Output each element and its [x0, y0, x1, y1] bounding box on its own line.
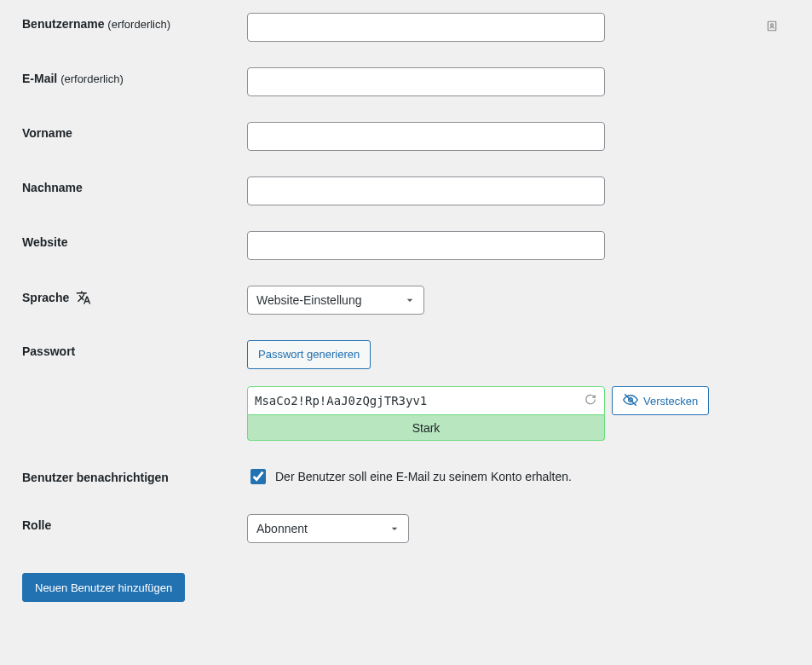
row-username: Benutzername (erforderlich): [17, 0, 795, 55]
eye-slash-icon: [623, 392, 638, 410]
svg-point-1: [771, 24, 774, 26]
contact-card-icon: [766, 20, 778, 35]
firstname-input[interactable]: [247, 122, 605, 151]
row-email: E-Mail (erforderlich): [17, 55, 795, 109]
label-username: Benutzername (erforderlich): [17, 0, 239, 55]
password-input[interactable]: [247, 386, 605, 415]
notify-checkbox[interactable]: [251, 469, 266, 484]
row-lastname: Nachname: [17, 164, 795, 218]
label-email: E-Mail (erforderlich): [17, 55, 239, 109]
label-language: Sprache: [17, 273, 239, 327]
lastname-input[interactable]: [247, 176, 605, 205]
add-user-form: Benutzername (erforderlich) E-Mail (erfo…: [0, 0, 812, 627]
row-role: Rolle Abonnent: [17, 501, 795, 556]
row-website: Website: [17, 218, 795, 273]
row-language: Sprache Website-Einstellung: [17, 273, 795, 327]
add-user-button[interactable]: Neuen Benutzer hinzufügen: [22, 573, 185, 602]
role-select[interactable]: Abonnent: [247, 514, 409, 543]
password-strength-meter: Stark: [247, 415, 605, 441]
row-password: Passwort Passwort generieren: [17, 327, 795, 454]
hide-password-button[interactable]: Verstecken: [612, 386, 709, 415]
notify-checkbox-label[interactable]: Der Benutzer soll eine E-Mail zu seinem …: [247, 466, 786, 487]
username-input[interactable]: [247, 13, 605, 42]
form-table: Benutzername (erforderlich) E-Mail (erfo…: [17, 0, 795, 556]
required-marker: (erforderlich): [60, 72, 124, 85]
row-notify: Benutzer benachrichtigen Der Benutzer so…: [17, 454, 795, 501]
label-role: Rolle: [17, 501, 239, 556]
generate-password-button[interactable]: Passwort generieren: [247, 340, 371, 369]
label-notify: Benutzer benachrichtigen: [17, 454, 239, 501]
label-website: Website: [17, 218, 239, 273]
required-marker: (erforderlich): [107, 18, 170, 31]
label-lastname: Nachname: [17, 164, 239, 218]
notify-text: Der Benutzer soll eine E-Mail zu seinem …: [275, 470, 572, 483]
translate-icon: [76, 290, 91, 308]
submit-row: Neuen Benutzer hinzufügen: [17, 556, 795, 610]
email-input[interactable]: [247, 67, 605, 96]
language-select[interactable]: Website-Einstellung: [247, 286, 424, 315]
row-firstname: Vorname: [17, 109, 795, 164]
website-input[interactable]: [247, 231, 605, 260]
svg-rect-0: [768, 21, 775, 31]
label-firstname: Vorname: [17, 109, 239, 164]
label-password: Passwort: [17, 327, 239, 454]
